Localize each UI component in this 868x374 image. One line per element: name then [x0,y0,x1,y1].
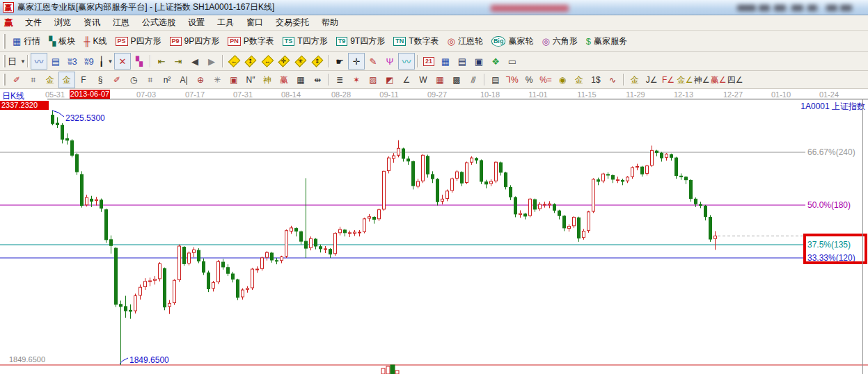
hexagon-button[interactable]: ◎六角形 [537,33,581,49]
f-grid-button[interactable]: F [75,72,92,88]
histogram-button[interactable]: ▚ [131,53,148,70]
gold-circle-button[interactable]: ◉ [554,72,571,88]
square-target-button[interactable]: ▣ [226,72,242,88]
menu-item-5[interactable]: 公式选股 [136,15,182,29]
menu-item-3[interactable]: 资讯 [77,15,106,29]
menu-item-6[interactable]: 设置 [182,15,211,29]
sectors-button[interactable]: ▚板块 [45,33,79,49]
winner-wheel-button[interactable]: Big赢家轮 [487,33,538,49]
kline-button[interactable]: ╫K线 [79,33,111,49]
n-quote-button[interactable]: N″ [242,72,259,88]
gann-left-button[interactable]: ← [226,53,242,70]
sketch-button[interactable]: ✕ [114,53,131,70]
n-square-button[interactable]: n² [159,72,175,88]
shen-angle-button[interactable]: 神∠ [693,72,710,88]
calendar-button[interactable]: 21 [420,53,437,70]
t-number-button[interactable]: TNT数字表 [389,33,443,49]
angle-a-button[interactable]: A| [175,72,192,88]
bars3-button[interactable]: ʬ3 [64,53,81,70]
slant-lines-button[interactable]: ⫻ [465,72,482,88]
menu-item-9[interactable]: 交易委托 [269,15,315,29]
period-day-button[interactable]: 日▼ [8,53,25,70]
dense-grid-button[interactable]: ▩ [448,72,465,88]
gann-star-button[interactable]: ✳ [292,53,309,70]
bars9-button[interactable]: ʬ9 [81,53,97,70]
crosshair-button[interactable]: ✛ [348,53,365,70]
save-button[interactable]: ▣ [471,53,487,70]
draw-pen-button[interactable]: ✎ [365,53,381,70]
volume-bar-peek [381,368,385,374]
gold-line-button[interactable]: 金 [571,72,587,88]
candle-type-button[interactable]: ╽▼ [97,53,114,70]
j-angle-button[interactable]: J∠ [643,72,660,88]
pattern-tool-button[interactable]: Ψ [381,53,398,70]
p-number-button[interactable]: PNP数字表 [223,33,278,49]
f-angle-button[interactable]: F∠ [660,72,677,88]
menu-item-4[interactable]: 江恩 [106,15,136,29]
p-square-button[interactable]: PSP四方形 [111,33,166,49]
grid-123-button[interactable]: ▦ [292,72,309,88]
red-grid-button[interactable]: ▦ [432,72,448,88]
star-rays-button[interactable]: ✳ [209,72,226,88]
p9-square-button[interactable]: P99P四方形 [166,33,224,49]
winner-service-button[interactable]: $赢家服务 [582,33,631,49]
candlestick-plot[interactable] [0,99,868,374]
remote-button[interactable]: ▭ [504,53,521,70]
menu-item-7[interactable]: 工具 [211,15,240,29]
percent-angle-button[interactable]: ⅂% [504,72,521,88]
network-button[interactable]: ❖ [487,53,504,70]
first-page-button[interactable]: ⇤ [153,53,170,70]
gold-angle-button[interactable]: 金∠ [677,72,693,88]
gann-width-button[interactable]: ↔ [259,53,276,70]
next-page-button[interactable]: ▶ [203,53,220,70]
wave-w-button[interactable]: W [415,72,432,88]
menu-item-8[interactable]: 窗口 [240,15,269,29]
gann-wheel-button[interactable]: ◎江恩轮 [443,33,487,49]
gann-up-button[interactable]: ↥ [242,53,259,70]
ruler-panel-button[interactable]: ▤ [487,72,504,88]
menu-item-2[interactable]: 浏览 [48,15,77,29]
period-day-button-dropdown-icon[interactable]: ▼ [20,58,26,65]
notes-button[interactable]: ▤ [454,53,471,70]
gann-move-button[interactable]: ⇕ [309,53,326,70]
quotes-button[interactable]: ▦行情 [8,33,45,49]
price-scale-button[interactable]: ≣ [331,72,348,88]
percent-line-button[interactable]: %= [537,72,554,88]
angle-lines-button[interactable]: ∠ [398,72,415,88]
pan-hand-button[interactable]: ☛ [331,53,348,70]
menu-item-10[interactable]: 帮助 [315,15,345,29]
trend-line-button[interactable]: 〰 [31,53,47,70]
spiral-button[interactable]: § [92,72,109,88]
corner-box-button[interactable]: ◩ [381,72,398,88]
shen-grid-button[interactable]: 神 [259,72,276,88]
grid2-tool-button[interactable]: ⌗ [142,72,159,88]
info-panel-button[interactable]: ▤ [47,53,64,70]
win-grid-button[interactable]: 赢 [276,72,292,88]
four-angle-button[interactable]: 四∠ [727,72,743,88]
pencil-tool-button[interactable]: ✐ [8,72,25,88]
percent-button[interactable]: % [521,72,537,88]
last-page-button[interactable]: ⇥ [170,53,187,70]
wave-a-button[interactable]: ∿ [604,72,621,88]
gold-under-button[interactable]: 金 [626,72,643,88]
time-cycle-button[interactable]: ◷ [125,72,142,88]
gold-grid2-button[interactable]: 金 [58,72,75,88]
ray-fan-button[interactable]: ✶ [348,72,365,88]
compass-button[interactable]: ⊕ [192,72,209,88]
span-arrows-button[interactable]: ⇹ [309,72,326,88]
pencil2-tool-button[interactable]: ✐ [109,72,125,88]
t9-square-button[interactable]: T99T四方形 [332,33,390,49]
grid-tool-button[interactable]: ⌗ [25,72,42,88]
dollar-pen-button[interactable]: 1$ [587,72,604,88]
t-square-button[interactable]: TST四方形 [278,33,332,49]
win-angle-button[interactable]: 赢∠ [710,72,727,88]
kline-chart-area[interactable]: 日K线 05-3107-0307-1707-3108-1408-2809-110… [0,89,868,374]
candle-type-button-dropdown-icon[interactable]: ▼ [107,58,113,65]
calculator-button[interactable]: ▦ [437,53,454,70]
gold-grid-button[interactable]: 金 [42,72,58,88]
gann-cross-button[interactable]: ✛ [276,53,292,70]
wave-tool-button[interactable]: 〰 [398,53,415,70]
hatch-box-button[interactable]: ▨ [365,72,381,88]
menu-item-1[interactable]: 文件 [19,15,48,29]
prev-page-button[interactable]: ◀ [187,53,203,70]
